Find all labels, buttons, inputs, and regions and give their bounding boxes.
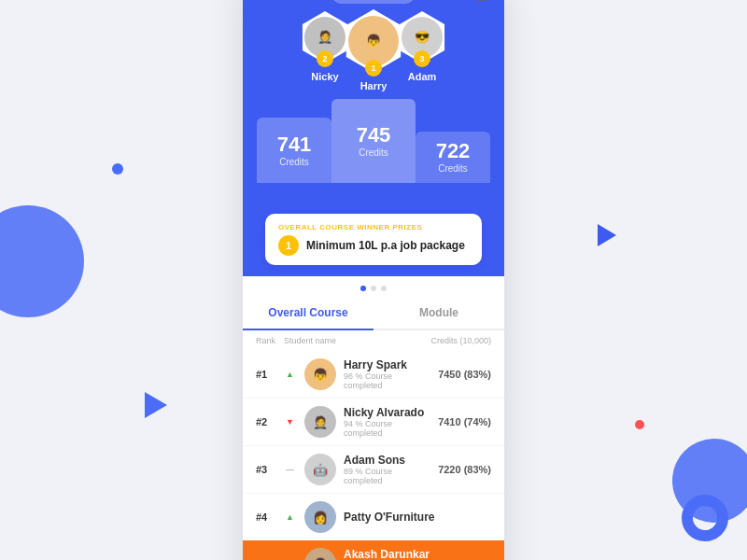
dots-indicator (243, 276, 504, 297)
podium-credits-rank1: 745 (357, 125, 391, 146)
dot-1 (360, 286, 366, 291)
prize-title: Overall Course Winner Prizes (278, 223, 469, 231)
prize-banner: Overall Course Winner Prizes 1 Minimum 1… (265, 214, 482, 265)
tab-module[interactable]: Module (374, 297, 504, 329)
leaderboard: #1 ▲ 👦 Harry Spark 96 % Course completed… (243, 351, 504, 560)
lb-avatar-nicky: 🤵 (304, 406, 336, 438)
lb-info-patty: Patty O'Furniture (344, 511, 484, 524)
tabs: Overall Course Module (243, 297, 504, 330)
lb-row-patty: #4 ▲ 👩 Patty O'Furniture (243, 494, 504, 540)
lb-avatar-akash: 👨 (304, 548, 336, 560)
podium-credits-rank3: 722 (436, 141, 471, 161)
podium-blocks: 741 Credits 745 Credits 722 Credits (243, 99, 504, 183)
lb-info-adam: Adam Sons 89 % Course completed (344, 454, 430, 485)
podium-block-rank3: 722 Credits (416, 132, 490, 183)
lb-rank-3: #3 (256, 464, 278, 475)
lb-name-harry: Harry Spark (344, 358, 430, 371)
lb-row-nicky: #2 ▼ 🤵 Nicky Alvarado 94 % Course comple… (243, 399, 504, 446)
deco-triangle-right (145, 392, 167, 418)
avatar-name-nicky: Nicky (311, 71, 338, 82)
card-top: Completed 🏆 🤵 2 Nicky 👦 1 Harry (243, 0, 504, 215)
lb-credits-harry: 7450 (83%) (438, 369, 491, 380)
lb-info-nicky: Nicky Alvarado 94 % Course completed (344, 406, 430, 438)
lb-trend-4: ▲ (286, 512, 297, 522)
lb-avatar-adam: 🤖 (304, 454, 336, 485)
lb-progress-adam: 89 % Course completed (344, 467, 430, 485)
th-rank: Rank (256, 336, 284, 345)
rank-badge-1: 1 (365, 60, 382, 77)
lb-info-akash: Akash Darunkar 23 % Course completed (344, 548, 430, 560)
th-student-name: Student name (284, 336, 416, 345)
leaderboard-card: Completed 🏆 🤵 2 Nicky 👦 1 Harry (243, 0, 504, 560)
avatar-hex-rank1: 👦 1 (342, 9, 405, 73)
lb-rank-2: #2 (256, 416, 278, 427)
lb-info-harry: Harry Spark 96 % Course completed (344, 358, 430, 390)
podium-avatars: 🤵 2 Nicky 👦 1 Harry 😎 3 (243, 0, 504, 91)
podium-label-rank1: Credits (359, 147, 388, 158)
prize-number-badge: 1 (278, 235, 299, 256)
lb-name-nicky: Nicky Alvarado (344, 406, 430, 419)
lb-progress-harry: 96 % Course completed (344, 371, 430, 390)
lb-avatar-patty: 👩 (304, 501, 336, 533)
completed-badge: Completed (331, 0, 415, 4)
podium-block-rank1: 745 Credits (331, 99, 416, 183)
lb-name-patty: Patty O'Furniture (344, 511, 484, 524)
dot-3 (381, 286, 387, 291)
prize-text: Minimum 10L p.a job package (306, 239, 465, 252)
lb-credits-adam: 7220 (83%) (438, 464, 491, 475)
avatar-slot-rank1: 👦 1 Harry (342, 9, 405, 91)
deco-circle-outline (682, 495, 728, 541)
deco-triangle-dark (598, 224, 616, 246)
lb-rank-1: #1 (256, 369, 278, 380)
rank-badge-3: 3 (414, 50, 430, 67)
dot-2 (371, 286, 376, 291)
lb-name-akash: Akash Darunkar (344, 548, 430, 560)
lb-trend-1: ▲ (286, 370, 297, 379)
deco-dot-blue (112, 163, 123, 175)
avatar-name-harry: Harry (360, 80, 388, 91)
lb-trend-2: ▼ (286, 417, 297, 427)
lb-row-harry: #1 ▲ 👦 Harry Spark 96 % Course completed… (243, 351, 504, 399)
lb-row-akash: #12 ▲ 👨 Akash Darunkar 23 % Course compl… (243, 540, 504, 560)
th-credits: Credits (10,000) (416, 336, 491, 345)
lb-row-adam: #3 — 🤖 Adam Sons 89 % Course completed 7… (243, 446, 504, 494)
podium-label-rank2: Credits (279, 157, 309, 167)
deco-dot-red (635, 420, 644, 429)
tab-overall-course[interactable]: Overall Course (243, 297, 374, 330)
lb-avatar-harry: 👦 (304, 358, 336, 390)
lb-rank-4: #4 (256, 511, 278, 523)
trophy-icon: 🏆 (471, 0, 491, 2)
table-header: Rank Student name Credits (10,000) (243, 330, 504, 351)
avatar-name-adam: Adam (408, 71, 437, 82)
lb-progress-nicky: 94 % Course completed (344, 419, 430, 438)
podium-block-rank2: 741 Credits (257, 118, 331, 183)
lb-name-adam: Adam Sons (344, 454, 430, 467)
podium-label-rank3: Credits (438, 163, 468, 174)
podium-credits-rank2: 741 (277, 134, 312, 155)
lb-trend-3: — (286, 465, 297, 474)
prize-section: Overall Course Winner Prizes 1 Minimum 1… (278, 223, 469, 256)
rank-badge-2: 2 (317, 50, 333, 67)
deco-circle-left (0, 205, 84, 317)
lb-credits-nicky: 7410 (74%) (438, 416, 491, 427)
